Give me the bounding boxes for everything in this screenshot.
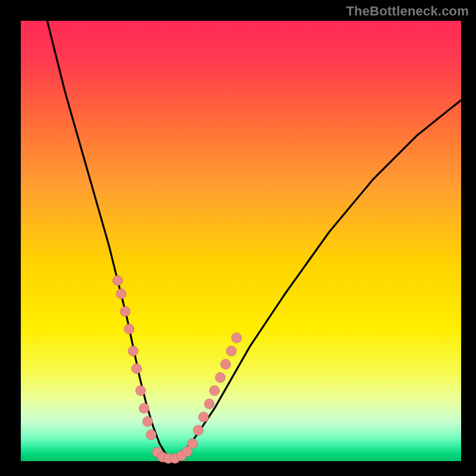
data-point — [128, 346, 138, 356]
data-point — [193, 425, 203, 436]
data-point — [231, 333, 242, 343]
data-point — [226, 346, 236, 356]
data-point — [146, 430, 156, 440]
data-point — [136, 386, 146, 396]
data-point — [209, 386, 220, 396]
chart-overlay — [0, 0, 476, 476]
data-point — [204, 399, 214, 409]
data-point — [199, 412, 209, 422]
data-point — [187, 439, 198, 449]
data-point — [112, 275, 123, 286]
chart-stage: TheBottleneck.com — [0, 0, 476, 476]
data-point — [143, 416, 153, 427]
watermark-text: TheBottleneck.com — [346, 4, 469, 19]
data-point — [139, 403, 149, 414]
data-point — [215, 372, 226, 383]
bottleneck-curve — [47, 21, 461, 459]
data-point — [131, 364, 142, 374]
data-point — [124, 324, 134, 334]
data-point — [221, 359, 231, 369]
data-point — [116, 289, 126, 299]
data-point — [120, 306, 130, 317]
